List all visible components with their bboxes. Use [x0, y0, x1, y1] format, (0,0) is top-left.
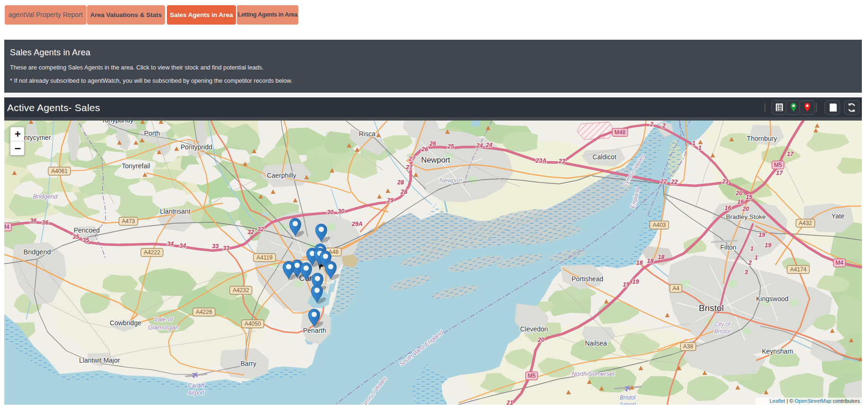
svg-text:20: 20: [537, 337, 544, 343]
svg-text:Caldicot: Caldicot: [592, 153, 616, 161]
svg-text:Bridgend: Bridgend: [23, 248, 51, 256]
svg-text:M4: M4: [835, 260, 843, 266]
svg-text:Thornbury: Thornbury: [746, 135, 777, 142]
svg-text:M5: M5: [528, 373, 536, 379]
svg-text:1: 1: [750, 245, 754, 252]
svg-text:A4050: A4050: [244, 321, 261, 327]
svg-text:33: 33: [223, 245, 229, 252]
svg-text:30: 30: [338, 208, 344, 215]
svg-text:24: 24: [476, 142, 483, 149]
svg-text:Risca: Risca: [358, 130, 375, 138]
svg-text:M4: M4: [4, 224, 9, 230]
svg-text:27: 27: [408, 156, 416, 162]
svg-text:Bradley Stoke: Bradley Stoke: [726, 213, 765, 220]
svg-text:Kingswood: Kingswood: [756, 295, 789, 303]
svg-text:16: 16: [737, 199, 744, 205]
svg-text:A432: A432: [799, 220, 812, 226]
svg-text:36: 36: [30, 217, 37, 224]
svg-text:26: 26: [429, 140, 436, 147]
svg-text:Airport: Airport: [187, 390, 204, 396]
svg-text:19: 19: [632, 278, 639, 285]
svg-text:29A: 29A: [351, 221, 363, 227]
svg-text:Bridgend: Bridgend: [33, 193, 58, 200]
svg-text:Llantwit Major: Llantwit Major: [79, 356, 120, 364]
svg-text:20: 20: [742, 206, 749, 212]
svg-text:21: 21: [721, 178, 729, 185]
svg-text:19: 19: [623, 281, 629, 288]
svg-text:30: 30: [327, 209, 333, 216]
svg-text:18: 18: [647, 258, 653, 264]
svg-text:34: 34: [167, 241, 174, 247]
svg-text:35: 35: [82, 237, 89, 243]
svg-text:Newport: Newport: [421, 156, 450, 164]
svg-text:18: 18: [636, 260, 642, 266]
svg-text:Tonyrefail: Tonyrefail: [122, 162, 150, 170]
svg-text:A4232: A4232: [233, 287, 249, 294]
svg-text:A4061: A4061: [51, 168, 68, 174]
svg-text:17: 17: [776, 170, 783, 176]
svg-text:Filton: Filton: [720, 243, 736, 251]
svg-text:1: 1: [755, 254, 758, 261]
svg-text:City of: City of: [714, 321, 731, 328]
svg-text:32: 32: [257, 226, 264, 233]
svg-text:A403: A403: [652, 222, 666, 228]
svg-text:Portishead: Portishead: [572, 275, 603, 283]
svg-text:29: 29: [386, 197, 393, 204]
svg-text:26: 26: [421, 146, 428, 153]
svg-text:Cowbridge: Cowbridge: [110, 319, 141, 327]
svg-text:2: 2: [650, 121, 653, 128]
svg-text:Yate: Yate: [831, 212, 844, 220]
svg-text:34: 34: [179, 243, 186, 249]
svg-text:A4174: A4174: [790, 266, 807, 273]
svg-text:17: 17: [787, 151, 794, 157]
svg-text:Pontypridd: Pontypridd: [181, 143, 212, 151]
svg-text:21: 21: [506, 399, 513, 405]
svg-text:A4226: A4226: [196, 309, 212, 315]
svg-text:28: 28: [400, 189, 407, 195]
svg-text:A4222: A4222: [144, 249, 160, 256]
svg-text:Penarth: Penarth: [303, 327, 326, 334]
svg-text:Glamorgan: Glamorgan: [148, 324, 178, 331]
svg-text:A4119: A4119: [256, 254, 272, 261]
svg-text:32: 32: [247, 229, 254, 235]
svg-text:2: 2: [748, 260, 752, 266]
svg-text:24: 24: [485, 142, 492, 148]
svg-text:15: 15: [746, 194, 753, 200]
svg-text:25: 25: [447, 143, 454, 150]
svg-text:33: 33: [212, 243, 218, 250]
svg-text:M48: M48: [614, 129, 625, 136]
svg-text:16: 16: [724, 205, 731, 211]
svg-text:23: 23: [558, 158, 565, 165]
svg-text:Airport: Airport: [618, 401, 636, 405]
svg-text:Bristol: Bristol: [714, 328, 730, 335]
svg-text:18: 18: [658, 254, 664, 260]
svg-text:Cardiff: Cardiff: [187, 382, 205, 389]
svg-text:2: 2: [662, 122, 666, 129]
svg-text:North Somerset: North Somerset: [571, 370, 615, 377]
svg-text:19: 19: [758, 232, 765, 238]
svg-text:36: 36: [42, 219, 49, 226]
svg-text:28: 28: [397, 179, 404, 186]
svg-text:Pencoed: Pencoed: [73, 226, 99, 234]
svg-text:M5: M5: [774, 162, 782, 168]
svg-text:Nailsea: Nailsea: [585, 339, 607, 347]
svg-text:Vale of: Vale of: [154, 316, 173, 323]
svg-text:20: 20: [735, 190, 742, 197]
svg-text:19: 19: [764, 242, 771, 249]
svg-text:35: 35: [72, 234, 79, 240]
svg-text:Clevedon: Clevedon: [520, 325, 547, 333]
svg-text:27: 27: [405, 164, 413, 171]
svg-text:23A: 23A: [535, 157, 547, 164]
svg-text:1: 1: [692, 140, 695, 147]
svg-text:22: 22: [660, 178, 667, 185]
svg-text:Bristol: Bristol: [699, 303, 724, 313]
svg-text:3: 3: [745, 269, 748, 276]
svg-text:1: 1: [698, 145, 702, 151]
svg-text:Keynsham: Keynsham: [762, 347, 793, 355]
svg-text:Barry: Barry: [240, 360, 256, 367]
svg-text:A4: A4: [672, 285, 679, 292]
svg-text:Tonypandy: Tonypandy: [101, 121, 133, 124]
svg-text:Newport: Newport: [439, 177, 463, 184]
svg-text:Llantrisant: Llantrisant: [160, 208, 191, 215]
svg-text:Porth: Porth: [144, 130, 159, 137]
